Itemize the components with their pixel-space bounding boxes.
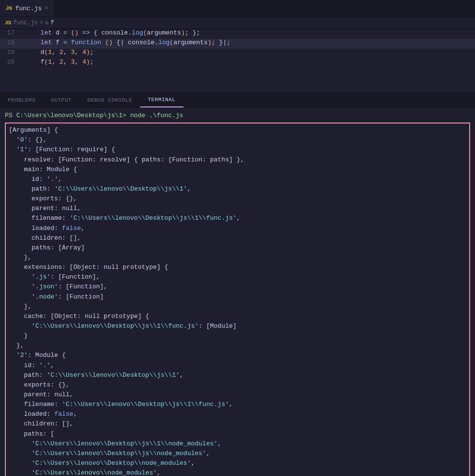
breadcrumb-sep: > bbox=[40, 19, 43, 26]
code-editor: 17 let d = () => { console.log(arguments… bbox=[0, 29, 475, 92]
out-line-30: loaded: false, bbox=[9, 409, 466, 419]
out-line-25: id: '.', bbox=[9, 361, 466, 370]
out-line-15: extensions: [Object: null prototype] { bbox=[9, 263, 466, 272]
line-num-20: 20 bbox=[0, 58, 19, 66]
out-line-20: cache: [Object: null prototype] { bbox=[9, 312, 466, 321]
close-tab-button[interactable]: × bbox=[45, 5, 48, 12]
out-line-5: main: Module { bbox=[9, 165, 466, 175]
code-line-17: 17 let d = () => { console.log(arguments… bbox=[0, 29, 475, 39]
out-line-4: resolve: [Function: resolve] { paths: [F… bbox=[9, 155, 466, 165]
code-line-20: 20 f(1, 2, 3, 4); bbox=[0, 58, 475, 68]
out-line-6: id: '.', bbox=[9, 175, 466, 184]
tab-filename: func.js bbox=[15, 5, 42, 12]
out-line-24: '2': Module { bbox=[9, 351, 466, 360]
line-content-19: d(1, 2, 3, 4); bbox=[19, 49, 94, 56]
out-line-33: 'C:\\Users\\lenovo\\Desktop\\js\\1\\node… bbox=[9, 439, 466, 449]
out-line-28: parent: null, bbox=[9, 390, 466, 400]
tab-debug-console[interactable]: DEBUG CONSOLE bbox=[79, 92, 140, 107]
out-line-29: filename: 'C:\\Users\\lenovo\\Desktop\\j… bbox=[9, 400, 466, 409]
file-tab[interactable]: JS func.js × bbox=[0, 0, 55, 17]
js-badge: JS bbox=[6, 5, 12, 11]
out-line-27: exports: {}, bbox=[9, 380, 466, 390]
out-line-34: 'C:\\Users\\lenovo\\Desktop\\js\\node_mo… bbox=[9, 449, 466, 458]
line-num-17: 17 bbox=[0, 29, 19, 36]
breadcrumb: JS func.js > ⊙ f bbox=[0, 17, 475, 29]
out-line-11: loaded: false, bbox=[9, 224, 466, 233]
out-line-7: path: 'C:\\Users\\lenovo\\Desktop\\js\\1… bbox=[9, 184, 466, 194]
breadcrumb-js-badge: JS bbox=[5, 20, 11, 26]
out-line-18: '.node': [Function] bbox=[9, 292, 466, 302]
out-line-35: 'C:\\Users\\lenovo\\Desktop\\node_module… bbox=[9, 458, 466, 468]
out-line-12: children: [], bbox=[9, 233, 466, 243]
out-line-31: children: [], bbox=[9, 419, 466, 429]
tab-problems[interactable]: PROBLEMS bbox=[0, 92, 43, 107]
terminal-prompt: PS C:\Users\lenovo\Desktop\js\1> node .\… bbox=[5, 111, 470, 121]
terminal-panel[interactable]: PS C:\Users\lenovo\Desktop\js\1> node .\… bbox=[0, 108, 475, 476]
out-line-16: '.js': [Function], bbox=[9, 272, 466, 282]
breadcrumb-func: f bbox=[51, 19, 54, 26]
out-line-26: path: 'C:\\Users\\lenovo\\Desktop\\js\\1… bbox=[9, 370, 466, 380]
code-line-18: 18 let f = function () {| console.log(ar… bbox=[0, 39, 475, 49]
line-content-20: f(1, 2, 3, 4); bbox=[19, 58, 94, 66]
panel-tabs: PROBLEMS OUTPUT DEBUG CONSOLE TERMINAL bbox=[0, 92, 475, 108]
out-line-9: parent: null, bbox=[9, 204, 466, 213]
code-line-19: 19 d(1, 2, 3, 4); bbox=[0, 49, 475, 58]
out-line-14: }, bbox=[9, 253, 466, 263]
out-line-22: } bbox=[9, 331, 466, 341]
out-line-1: [Arguments] { bbox=[9, 125, 466, 135]
terminal-output-box-1: [Arguments] { '0': {}, '1': [Function: r… bbox=[5, 123, 470, 476]
line-content-18: let f = function () {| console.log(argum… bbox=[19, 39, 231, 46]
out-line-17: '.json': [Function], bbox=[9, 282, 466, 292]
tab-output[interactable]: OUTPUT bbox=[43, 92, 80, 107]
out-line-32: paths: [ bbox=[9, 429, 466, 439]
out-line-8: exports: {}, bbox=[9, 194, 466, 204]
out-line-3: '1': [Function: require] { bbox=[9, 145, 466, 155]
out-line-21: 'C:\\Users\\lenovo\\Desktop\\js\\1\\func… bbox=[9, 321, 466, 331]
line-num-18: 18 bbox=[0, 39, 19, 46]
out-line-19: }, bbox=[9, 302, 466, 312]
out-line-36: 'C:\\Users\\lenovo\\node_modules', bbox=[9, 468, 466, 476]
line-num-19: 19 bbox=[0, 49, 19, 56]
out-line-2: '0': {}, bbox=[9, 135, 466, 145]
out-line-13: paths: [Array] bbox=[9, 243, 466, 253]
tab-terminal[interactable]: TERMINAL bbox=[140, 92, 183, 107]
line-content-17: let d = () => { console.log(arguments); … bbox=[19, 29, 200, 36]
breadcrumb-filename: func.js bbox=[13, 19, 37, 26]
tab-bar: JS func.js × bbox=[0, 0, 475, 17]
breadcrumb-icon: ⊙ bbox=[45, 19, 49, 27]
out-line-23: }, bbox=[9, 341, 466, 351]
out-line-10: filename: 'C:\\Users\\lenovo\\Desktop\\j… bbox=[9, 213, 466, 223]
